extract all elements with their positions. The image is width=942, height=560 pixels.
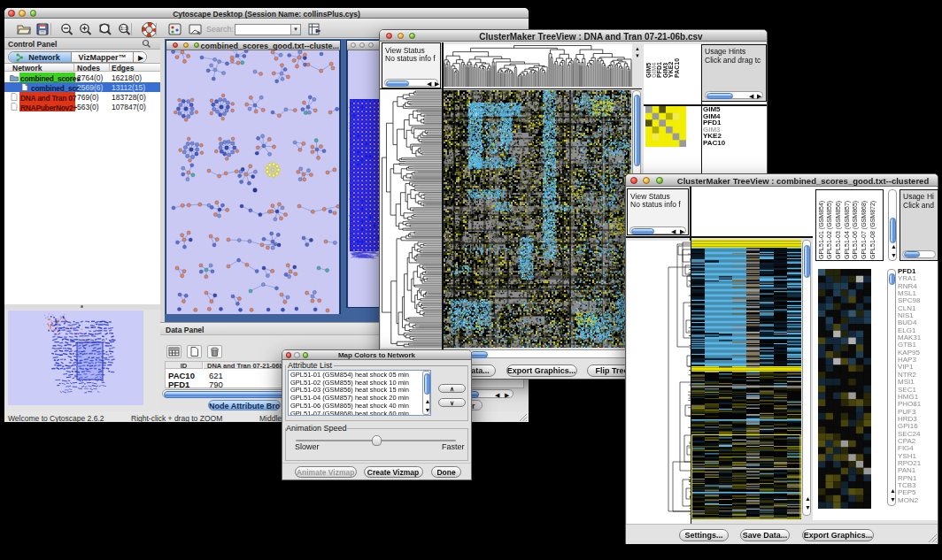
svg-text:1:1: 1:1 [120,26,127,31]
